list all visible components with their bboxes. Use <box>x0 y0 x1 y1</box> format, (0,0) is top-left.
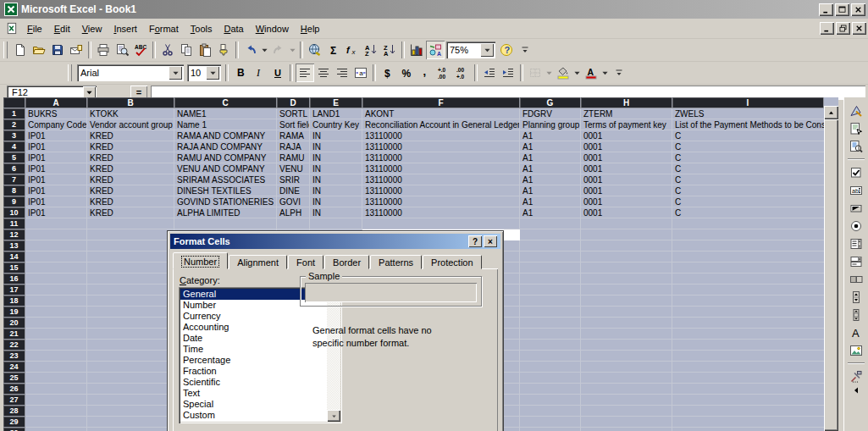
cell-B30[interactable] <box>87 428 174 431</box>
category-listbox[interactable]: GeneralNumberCurrencyAccountingDateTimeP… <box>179 287 342 423</box>
tab-number[interactable]: Number <box>173 252 228 269</box>
zoom-combo[interactable]: 75% <box>446 41 495 58</box>
cell-G20[interactable] <box>520 318 581 329</box>
combo-box-button[interactable] <box>847 252 865 270</box>
row-header-30[interactable]: 30 <box>3 428 25 431</box>
more-controls-button[interactable] <box>847 367 865 385</box>
row-header-26[interactable]: 26 <box>3 384 25 395</box>
drawing-button[interactable]: A <box>426 41 445 59</box>
cell-D6[interactable]: VENU <box>277 163 310 174</box>
cell-I16[interactable] <box>672 274 824 285</box>
row-header-18[interactable]: 18 <box>3 296 25 307</box>
cell-G22[interactable] <box>520 340 581 351</box>
cell-C10[interactable]: ALPHA LIMITED <box>174 207 277 218</box>
sort-desc-button[interactable]: ZA <box>380 41 399 59</box>
format-painter-button[interactable] <box>214 41 233 59</box>
select-all-corner[interactable] <box>3 97 25 108</box>
cell-C4[interactable]: RAJA AND COMPANY <box>174 141 277 152</box>
menu-data[interactable]: Data <box>218 20 249 37</box>
cell-I23[interactable] <box>672 351 824 362</box>
cell-B9[interactable]: KRED <box>87 196 174 207</box>
cell-I13[interactable] <box>672 240 824 251</box>
row-header-16[interactable]: 16 <box>3 274 25 285</box>
row-header-12[interactable]: 12 <box>3 229 25 240</box>
comma-button[interactable]: , <box>416 64 434 82</box>
paste-function-button[interactable]: fx <box>343 41 362 59</box>
row-header-29[interactable]: 29 <box>3 417 25 428</box>
cell-E6[interactable]: IN <box>310 163 362 174</box>
cell-I24[interactable] <box>672 362 824 373</box>
undo-dropdown-icon[interactable] <box>260 41 269 59</box>
underline-button[interactable]: U <box>268 64 287 82</box>
cell-H26[interactable] <box>581 384 672 395</box>
cell-A17[interactable] <box>25 285 87 296</box>
row-header-8[interactable]: 8 <box>3 185 25 196</box>
cell-I14[interactable] <box>672 251 824 262</box>
category-item-percentage[interactable]: Percentage <box>180 355 327 366</box>
column-header-C[interactable]: C <box>174 97 277 108</box>
cell-B13[interactable] <box>87 240 174 251</box>
workbook-restore-icon[interactable] <box>836 22 850 35</box>
font-color-dropdown-icon[interactable] <box>600 64 610 82</box>
cell-I7[interactable]: C <box>672 174 824 185</box>
open-button[interactable] <box>30 41 48 59</box>
check-box-button[interactable] <box>847 163 865 181</box>
cell-H6[interactable]: 0001 <box>581 163 672 174</box>
option-button-button[interactable] <box>847 217 865 235</box>
menu-file[interactable]: File <box>21 20 48 37</box>
cell-A22[interactable] <box>25 340 87 351</box>
cell-E8[interactable]: IN <box>310 185 362 196</box>
cell-D9[interactable]: GOVI <box>277 196 310 207</box>
cell-D5[interactable]: RAMU <box>277 152 310 163</box>
cell-D10[interactable]: ALPH <box>277 207 310 218</box>
text-box-button[interactable]: ab <box>847 181 865 199</box>
cell-G27[interactable] <box>520 395 581 406</box>
cell-A15[interactable] <box>25 262 87 274</box>
row-header-23[interactable]: 23 <box>3 351 25 362</box>
cell-G21[interactable] <box>520 329 581 340</box>
cell-F8[interactable]: 13110000 <box>362 185 520 196</box>
row-header-11[interactable]: 11 <box>3 218 25 229</box>
percent-button[interactable]: % <box>397 64 416 82</box>
cell-A21[interactable] <box>25 329 87 340</box>
cell-H9[interactable]: 0001 <box>581 196 672 207</box>
cell-H4[interactable]: 0001 <box>581 141 672 152</box>
cell-G7[interactable]: A1 <box>520 174 581 185</box>
cell-I11[interactable] <box>672 218 824 229</box>
cell-A5[interactable]: IP01 <box>25 152 87 163</box>
cell-H28[interactable] <box>581 406 672 417</box>
cell-H11[interactable] <box>581 218 672 229</box>
cell-G15[interactable] <box>520 262 581 274</box>
menu-edit[interactable]: Edit <box>48 20 76 37</box>
cell-H2[interactable]: Terms of payment key <box>581 119 672 130</box>
email-button[interactable] <box>67 41 86 59</box>
cell-H24[interactable] <box>581 362 672 373</box>
italic-button[interactable]: I <box>250 64 268 82</box>
align-center-button[interactable] <box>314 64 333 82</box>
cell-I20[interactable] <box>672 318 824 329</box>
row-header-25[interactable]: 25 <box>3 373 25 384</box>
category-item-currency[interactable]: Currency <box>180 311 327 322</box>
cell-E7[interactable]: IN <box>310 174 362 185</box>
cell-B26[interactable] <box>87 384 174 395</box>
cell-A20[interactable] <box>25 318 87 329</box>
cell-G23[interactable] <box>520 351 581 362</box>
row-header-7[interactable]: 7 <box>3 174 25 185</box>
cell-H22[interactable] <box>581 340 672 351</box>
cell-I21[interactable] <box>672 329 824 340</box>
row-header-19[interactable]: 19 <box>3 307 25 318</box>
command-button-button[interactable] <box>847 199 865 217</box>
cell-D11[interactable] <box>277 218 310 229</box>
cell-B2[interactable]: Vendor account group <box>87 119 174 130</box>
cell-B5[interactable]: KRED <box>87 152 174 163</box>
decrease-indent-button[interactable] <box>480 64 499 82</box>
cell-I19[interactable] <box>672 307 824 318</box>
cell-A16[interactable] <box>25 274 87 285</box>
cell-E9[interactable]: IN <box>310 196 362 207</box>
row-header-17[interactable]: 17 <box>3 285 25 296</box>
row-header-22[interactable]: 22 <box>3 340 25 351</box>
cell-B11[interactable] <box>87 218 174 229</box>
cell-C1[interactable]: NAME1 <box>174 108 277 119</box>
row-header-5[interactable]: 5 <box>3 152 25 163</box>
cell-E5[interactable]: IN <box>310 152 362 163</box>
